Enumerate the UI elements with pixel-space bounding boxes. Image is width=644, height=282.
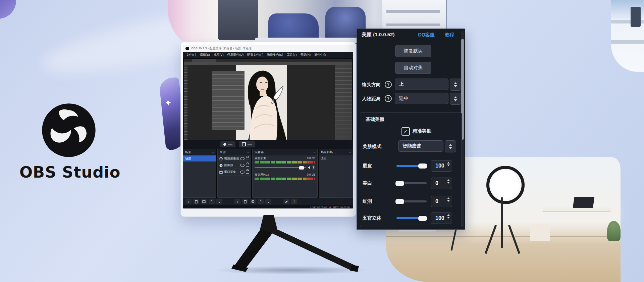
obs-wordmark: OBS Studio <box>19 163 130 181</box>
person-distance-select[interactable]: 适中 <box>395 93 448 104</box>
audio-meter <box>255 161 315 163</box>
move-down-icon[interactable]: ⌄ <box>265 199 271 204</box>
sparkle-icon: ✦ <box>164 97 172 108</box>
dock-toolbars: ＋ ⌃ ⌄ ＋ ⌃ ⌄ ! <box>183 198 353 205</box>
add-icon[interactable]: ＋ <box>234 199 240 204</box>
rosy-value[interactable]: 0 <box>431 196 452 207</box>
ring-light <box>486 166 525 204</box>
captured-photoshop-window <box>184 59 352 140</box>
lock-icon[interactable] <box>246 157 249 160</box>
speaker-icon[interactable] <box>308 166 310 169</box>
lock-icon[interactable] <box>246 171 249 174</box>
trash-icon[interactable] <box>193 199 199 204</box>
window-title: OBS 29.1.3 - 配置文件: 未命名 - 场景: 未命名 <box>191 46 252 51</box>
skin-mode-stepper[interactable] <box>445 140 456 152</box>
obs-logo <box>41 102 97 158</box>
volume-slider[interactable] <box>255 167 306 168</box>
restore-defaults-button[interactable]: 恢复默认 <box>395 45 431 57</box>
ps-toolbar <box>184 65 187 140</box>
scenes-dock: 场景≡ 场景 <box>183 149 216 198</box>
autofocus-button[interactable]: 自动对焦 <box>395 62 431 74</box>
spin-arrows-icon[interactable] <box>447 179 450 184</box>
dock-menu-icon[interactable]: ≡ <box>212 151 214 154</box>
dock-menu-icon[interactable]: ≡ <box>247 151 249 154</box>
transitions-dock: 场景转场≡ 淡出 <box>319 149 353 198</box>
menu-profile[interactable]: 配置文件(P) <box>247 53 263 57</box>
lock-icon[interactable] <box>246 164 249 167</box>
menu-docks[interactable]: 停靠部件(D) <box>227 53 244 57</box>
trash-icon[interactable] <box>242 199 248 204</box>
obs-preview-canvas[interactable] <box>183 58 353 140</box>
ps-floating-panel <box>212 71 245 130</box>
source-row[interactable]: 视频采集设备A <box>218 155 251 162</box>
rec-time: REC: 00:00:00 <box>333 206 350 209</box>
menu-scene-collection[interactable]: 场景集合(S) <box>267 53 283 57</box>
basic-beauty-group: 基础美颜 ✓ 精准美肤 美肤模式 智能磨皮 磨皮 100 美白 <box>360 112 462 227</box>
live-time: LIVE: 00:00:00 <box>310 206 327 209</box>
spin-arrows-icon[interactable] <box>447 197 450 202</box>
mixer-channel: 麦克风/Aux0.0 dB <box>253 172 317 180</box>
pin-icon <box>223 142 226 146</box>
dock-menu-icon[interactable]: ≡ <box>313 151 315 154</box>
face-3d-label: 五官立体 <box>363 215 381 221</box>
visibility-eye-icon[interactable] <box>240 164 245 167</box>
panel-title: 美颜 (1.0.0.52) <box>362 32 394 38</box>
whitening-slider-handle[interactable] <box>395 181 405 186</box>
preview-pin-button[interactable] <box>220 141 235 147</box>
ps-right-panels <box>335 65 352 140</box>
move-up-icon[interactable]: ⌃ <box>258 199 264 204</box>
smoothing-label: 磨皮 <box>363 163 372 169</box>
add-icon[interactable]: ＋ <box>185 199 192 204</box>
question-circle-icon[interactable]: ? <box>385 81 392 88</box>
transition-select[interactable]: 淡出 <box>319 155 353 162</box>
bg-corner-fragment <box>0 0 16 19</box>
smoothing-slider-handle[interactable] <box>418 163 427 169</box>
menu-view[interactable]: 视图(V) <box>214 53 224 57</box>
beauty-plugin-panel: 美颜 (1.0.0.52) QQ客服 教程 恢复默认 自动对焦 镜头方向 ? 上… <box>357 29 465 230</box>
mixer-dock-title: 混音器 <box>255 150 264 154</box>
smoothing-value[interactable]: 100 <box>431 160 452 172</box>
visibility-eye-icon[interactable] <box>240 157 245 160</box>
pencil-icon[interactable] <box>283 199 289 204</box>
face-3d-value[interactable]: 100 <box>431 213 452 224</box>
preview-window-button[interactable] <box>239 141 255 147</box>
mixer-dock: 混音器≡ 桌面音量0.0 dB 麦克风/Aux0.0 <box>252 149 318 198</box>
menu-help[interactable]: 帮助(H) <box>301 53 311 57</box>
lens-direction-select[interactable]: 上 <box>395 79 448 90</box>
scene-list-item[interactable]: 场景 <box>183 155 216 161</box>
gear-icon[interactable] <box>250 199 256 204</box>
menu-edit[interactable]: 编辑(E) <box>200 53 210 57</box>
precise-skin-checkbox[interactable]: ✓ <box>401 127 410 136</box>
channel-options-icon[interactable] <box>312 165 315 170</box>
whitening-value[interactable]: 0 <box>431 178 452 189</box>
menu-plugin-center[interactable]: 插件中心 <box>314 53 326 57</box>
rosy-slider-handle[interactable] <box>395 199 405 204</box>
question-circle-icon[interactable]: ? <box>385 95 392 102</box>
filter-icon[interactable] <box>201 199 207 204</box>
desktop: ✦ OBS Studio OBS 29.1.3 - 配置文件: 未命名 - 场景… <box>0 0 644 282</box>
menu-file[interactable]: 文件(F) <box>186 53 196 57</box>
face-3d-slider-handle[interactable] <box>418 216 427 221</box>
visibility-eye-icon[interactable] <box>240 171 245 174</box>
obs-menubar: 文件(F) 编辑(E) 视图(V) 停靠部件(D) 配置文件(P) 场景集合(S… <box>183 52 353 58</box>
window-icon <box>242 142 246 146</box>
source-row[interactable]: 媒体源 <box>218 162 251 169</box>
qq-support-link[interactable]: QQ客服 <box>418 32 435 38</box>
obs-statusbar: LIVE: 00:00:00 REC: 00:00:00 <box>183 205 353 208</box>
source-row[interactable]: 窗口采集 <box>218 169 251 176</box>
ps-canvas <box>187 65 335 140</box>
dock-menu-icon[interactable]: ≡ <box>349 151 351 154</box>
mixer-channel: 桌面音量0.0 dB <box>253 155 317 170</box>
move-down-icon[interactable]: ⌄ <box>216 199 222 204</box>
lens-direction-label: 镜头方向 <box>362 82 381 88</box>
menu-tools[interactable]: 工具(T) <box>287 53 297 57</box>
lens-direction-stepper[interactable] <box>450 79 461 91</box>
skin-mode-select[interactable]: 智能磨皮 <box>398 140 443 152</box>
tutorial-link[interactable]: 教程 <box>445 32 454 38</box>
audio-meter <box>255 178 315 180</box>
spin-arrows-icon[interactable] <box>447 214 450 219</box>
alert-icon[interactable]: ! <box>291 199 297 204</box>
move-up-icon[interactable]: ⌃ <box>209 199 215 204</box>
spin-arrows-icon[interactable] <box>447 162 450 166</box>
person-distance-stepper[interactable] <box>450 93 461 105</box>
